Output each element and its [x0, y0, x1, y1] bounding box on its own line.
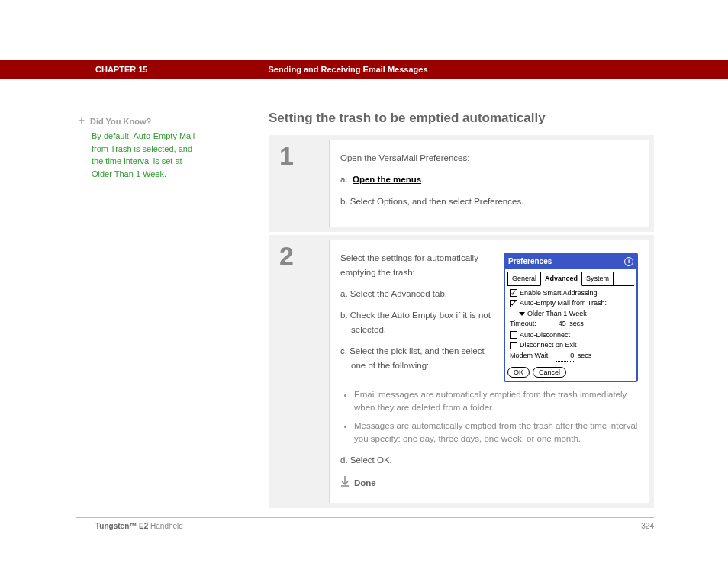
- main-content: Setting the trash to be emptied automati…: [269, 111, 654, 508]
- done-arrow-icon: [340, 475, 350, 491]
- footer-product: Tungsten™ E2 Handheld: [95, 522, 183, 530]
- step-2-body: Select the settings for automatically em…: [329, 240, 649, 503]
- preferences-screenshot: Preferences i General Advanced System En…: [504, 253, 638, 382]
- checkbox-icon: [510, 289, 517, 297]
- step-2-d: d. Select OK.: [340, 453, 638, 467]
- pref-timeout: Timeout: 45 secs: [510, 319, 632, 330]
- step-number: 2: [279, 243, 329, 269]
- bullet-1: Email messages are automatically emptied…: [354, 388, 638, 415]
- footer: Tungsten™ E2 Handheld 324: [95, 522, 654, 530]
- checkbox-icon: [510, 300, 517, 307]
- step-1: 1 Open the VersaMail Preferences: a. Ope…: [269, 135, 654, 235]
- footer-product-name: Tungsten™ E2: [95, 522, 148, 530]
- step-2-columns: Select the settings for automatically em…: [340, 251, 638, 382]
- preferences-buttons: OK Cancel: [505, 367, 636, 381]
- step-2-bullets: Email messages are automatically emptied…: [354, 388, 638, 446]
- section-heading: Setting the trash to be emptied automati…: [269, 111, 654, 126]
- pref-modem-wait: Modem Wait: 0 secs: [510, 351, 632, 362]
- open-menus-link[interactable]: Open the menus: [353, 175, 421, 184]
- tab-system: System: [581, 272, 614, 285]
- preferences-body: Enable Smart Addressing Auto-Empty Mail …: [507, 285, 634, 365]
- plus-icon: +: [78, 114, 85, 127]
- steps-box: 1 Open the VersaMail Preferences: a. Ope…: [269, 135, 654, 508]
- step-1-intro: Open the VersaMail Preferences:: [340, 151, 638, 165]
- sidebar-tip: +Did You Know? By default, Auto-Empty Ma…: [78, 114, 234, 180]
- chevron-down-icon: [519, 312, 525, 316]
- pref-auto-empty: Auto-Empty Mail from Trash:: [510, 298, 632, 309]
- pref-smart-addressing: Enable Smart Addressing: [510, 288, 632, 299]
- step-2-c: c. Select the pick list, and then select…: [340, 344, 493, 372]
- preferences-title-bar: Preferences i: [505, 254, 636, 269]
- checkbox-icon: [510, 342, 517, 349]
- step-number: 1: [279, 143, 329, 169]
- pref-older-picklist: Older Than 1 Week: [519, 309, 632, 320]
- step-2-left: Select the settings for automatically em…: [340, 251, 493, 380]
- step-1-a-prefix: a.: [340, 175, 348, 184]
- tab-general: General: [507, 272, 541, 285]
- footer-divider: [76, 517, 654, 518]
- step-2-intro: Select the settings for automatically em…: [340, 251, 493, 279]
- page-number: 324: [641, 522, 654, 530]
- done-label: Done: [354, 476, 376, 490]
- done-row: Done: [340, 475, 638, 491]
- tab-advanced: Advanced: [540, 272, 582, 285]
- info-icon: i: [624, 257, 633, 266]
- step-number-cell: 1: [269, 135, 329, 232]
- preferences-title-text: Preferences: [508, 256, 552, 268]
- chapter-header-bar: CHAPTER 15 Sending and Receiving Email M…: [0, 60, 728, 79]
- tip-heading-row: +Did You Know?: [78, 114, 234, 127]
- chapter-label: CHAPTER 15: [95, 65, 147, 74]
- step-1-a-suffix: .: [421, 175, 424, 184]
- cancel-button: Cancel: [533, 367, 566, 378]
- footer-product-type: Handheld: [148, 522, 183, 530]
- checkbox-icon: [510, 331, 517, 339]
- page: CHAPTER 15 Sending and Receiving Email M…: [0, 0, 728, 563]
- step-2-a: a. Select the Advanced tab.: [340, 287, 493, 301]
- step-2: 2 Select the settings for automatically …: [269, 235, 654, 508]
- pref-auto-disconnect: Auto-Disconnect: [510, 330, 632, 341]
- pref-disconnect-exit: Disconnect on Exit: [510, 340, 632, 351]
- tip-body: By default, Auto-Empty Mail from Trash i…: [92, 130, 198, 180]
- step-2-b: b. Check the Auto Empty box if it is not…: [340, 308, 493, 336]
- ok-button: OK: [507, 367, 530, 378]
- step-number-cell: 2: [269, 235, 329, 508]
- step-1-b: b. Select Options, and then select Prefe…: [340, 195, 638, 208]
- chapter-title: Sending and Receiving Email Messages: [268, 65, 427, 74]
- preferences-tabs: General Advanced System: [505, 269, 636, 285]
- step-1-a: a. Open the menus.: [340, 172, 638, 186]
- step-1-body: Open the VersaMail Preferences: a. Open …: [329, 140, 649, 227]
- tip-heading: Did You Know?: [90, 117, 151, 126]
- bullet-2: Messages are automatically emptied from …: [354, 420, 638, 446]
